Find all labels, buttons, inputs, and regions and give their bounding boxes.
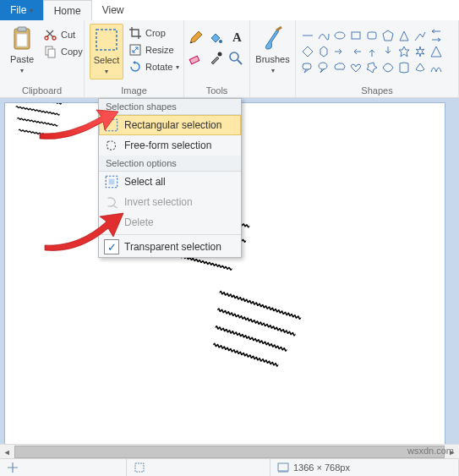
svg-point-3: [45, 36, 48, 40]
svg-rect-2: [17, 34, 27, 47]
watermark: wsxdn.com: [407, 446, 454, 456]
horizontal-scrollbar[interactable]: ◄ ►: [0, 444, 459, 458]
svg-rect-6: [48, 49, 55, 57]
shapes-group-label: Shapes: [301, 84, 453, 96]
svg-rect-1: [18, 27, 26, 31]
svg-point-11: [217, 52, 221, 57]
canvas-size-icon: [277, 462, 289, 473]
crop-button[interactable]: Crop: [127, 25, 181, 41]
svg-point-9: [219, 40, 222, 43]
paste-button[interactable]: Paste▾: [5, 24, 39, 78]
scissors-icon: [44, 28, 57, 41]
dropdown-header-options: Selection options: [99, 156, 241, 172]
tools-grid: A: [188, 30, 247, 69]
shapes-gallery[interactable]: [301, 29, 445, 76]
svg-rect-22: [278, 463, 288, 471]
picker-icon[interactable]: [208, 51, 223, 66]
freeform-selection-item[interactable]: Free-form selection: [99, 135, 241, 156]
rotate-icon: [128, 60, 142, 74]
copy-button[interactable]: Copy: [42, 44, 85, 59]
home-tab[interactable]: Home: [43, 0, 92, 20]
svg-rect-7: [96, 30, 117, 50]
brushes-button[interactable]: Brushes▾: [255, 24, 290, 78]
resize-icon: [128, 43, 142, 57]
eraser-icon[interactable]: [188, 51, 203, 66]
select-all-item[interactable]: Select all: [99, 172, 241, 192]
cursor-pos-icon: [7, 462, 19, 473]
svg-point-12: [230, 52, 238, 61]
fill-icon[interactable]: [208, 30, 223, 46]
svg-rect-20: [109, 179, 115, 185]
svg-point-4: [52, 36, 56, 40]
select-all-icon: [104, 174, 119, 189]
svg-point-13: [335, 32, 345, 39]
copy-icon: [44, 45, 57, 58]
annotation-arrow-2: [41, 203, 125, 254]
status-bar: 1366 × 768px: [0, 458, 459, 476]
image-group-label: Image: [90, 84, 178, 96]
dropdown-header-shapes: Selection shapes: [99, 99, 241, 115]
resize-button[interactable]: Resize: [127, 42, 181, 57]
scroll-left-button[interactable]: ◄: [0, 445, 14, 459]
svg-rect-15: [368, 32, 376, 39]
annotation-arrow-1: [36, 101, 120, 144]
view-tab[interactable]: View: [92, 0, 134, 20]
svg-rect-16: [303, 63, 311, 69]
tools-group-label: Tools: [189, 84, 244, 96]
cut-button[interactable]: Cut: [42, 27, 85, 42]
scroll-thumb[interactable]: [14, 446, 445, 458]
svg-rect-21: [135, 463, 144, 472]
canvas-dimensions: 1366 × 768px: [293, 462, 350, 473]
file-tab[interactable]: File ▾: [0, 0, 43, 20]
svg-rect-10: [189, 56, 199, 64]
select-button[interactable]: Select▾: [90, 24, 123, 79]
clipboard-group-label: Clipboard: [5, 84, 79, 96]
rotate-button[interactable]: Rotate ▾: [127, 59, 181, 74]
magnifier-icon[interactable]: [228, 51, 243, 66]
ribbon: Paste▾ Cut Copy Clipboard Select▾: [0, 20, 459, 98]
pencil-icon[interactable]: [188, 30, 203, 46]
selection-size-icon: [134, 462, 145, 473]
text-icon[interactable]: A: [228, 30, 247, 49]
crop-icon: [128, 26, 142, 40]
svg-point-17: [319, 63, 327, 69]
rectangular-selection-item[interactable]: Rectangular selection: [99, 115, 241, 135]
svg-rect-14: [352, 32, 360, 39]
